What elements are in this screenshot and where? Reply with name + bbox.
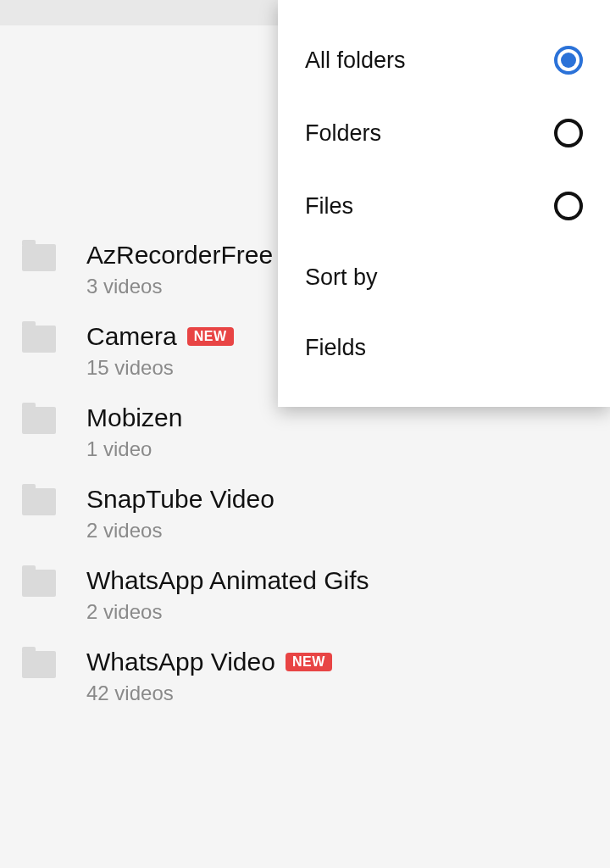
folder-name: AzRecorderFree [86, 241, 273, 270]
folder-info: WhatsApp Animated Gifs2 videos [86, 566, 369, 624]
folder-name-line: SnapTube Video [86, 485, 274, 514]
folder-icon [22, 244, 56, 271]
menu-item[interactable]: Sort by [278, 242, 610, 313]
folder-info: CameraNEW15 videos [86, 322, 234, 380]
new-badge: NEW [286, 653, 332, 671]
radio-button[interactable] [554, 46, 583, 75]
folder-info: Mobizen1 video [86, 403, 182, 461]
folder-info: AzRecorderFree3 videos [86, 241, 273, 298]
folder-info: WhatsApp VideoNEW42 videos [86, 648, 332, 705]
folder-icon [22, 488, 56, 515]
folder-subtitle: 1 video [86, 437, 182, 461]
folder-icon [22, 570, 56, 597]
folder-icon [22, 407, 56, 434]
folder-name: Mobizen [86, 403, 182, 432]
folder-name-line: CameraNEW [86, 322, 234, 351]
radio-button[interactable] [554, 119, 583, 147]
menu-item[interactable]: Fields [278, 313, 610, 383]
radio-button[interactable] [554, 192, 583, 220]
folder-name-line: WhatsApp VideoNEW [86, 648, 332, 676]
folder-name-line: Mobizen [86, 403, 182, 432]
menu-item-label: All folders [305, 47, 406, 74]
folder-subtitle: 2 videos [86, 519, 274, 542]
folder-name: WhatsApp Animated Gifs [86, 566, 369, 595]
folder-subtitle: 42 videos [86, 682, 332, 705]
folder-icon [22, 651, 56, 678]
folder-subtitle: 15 videos [86, 356, 234, 380]
folder-name: SnapTube Video [86, 485, 274, 514]
folder-subtitle: 2 videos [86, 600, 369, 624]
menu-item[interactable]: Folders [278, 97, 610, 170]
menu-item-label: Sort by [305, 264, 378, 291]
menu-item[interactable]: All folders [278, 24, 610, 97]
menu-item-label: Fields [305, 335, 366, 361]
new-badge: NEW [187, 327, 234, 346]
folder-name-line: WhatsApp Animated Gifs [86, 566, 369, 595]
folder-name: WhatsApp Video [86, 648, 275, 676]
folder-row[interactable]: WhatsApp Animated Gifs2 videos [0, 554, 610, 636]
folder-row[interactable]: WhatsApp VideoNEW42 videos [0, 636, 610, 717]
folder-row[interactable]: SnapTube Video2 videos [0, 473, 610, 554]
menu-item-label: Folders [305, 120, 381, 147]
folder-icon [22, 326, 56, 353]
folder-name: Camera [86, 322, 177, 351]
folder-subtitle: 3 videos [86, 275, 273, 298]
menu-item-label: Files [305, 193, 353, 220]
folder-name-line: AzRecorderFree [86, 241, 273, 270]
dropdown-menu: All foldersFoldersFilesSort byFields [278, 0, 610, 407]
menu-item[interactable]: Files [278, 170, 610, 242]
folder-info: SnapTube Video2 videos [86, 485, 274, 542]
